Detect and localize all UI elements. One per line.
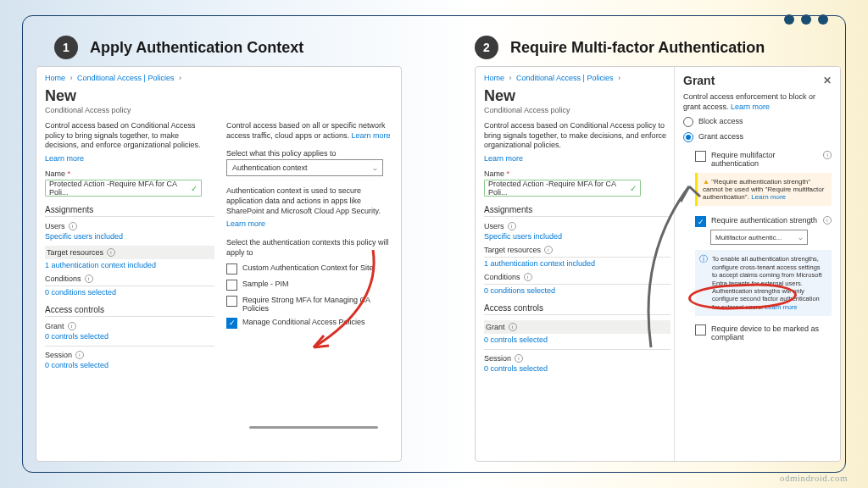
- info-icon: i: [107, 248, 115, 257]
- info-icon: i: [524, 273, 532, 281]
- learn-more-link[interactable]: Learn more: [751, 193, 786, 201]
- breadcrumb[interactable]: Home › Conditional Access | Policies ›: [45, 74, 392, 82]
- close-icon[interactable]: ✕: [823, 75, 832, 86]
- learn-more-link[interactable]: Learn more: [731, 103, 770, 111]
- conditions-row[interactable]: Conditionsi: [484, 273, 670, 285]
- info-icon: i: [544, 246, 553, 254]
- cb-require-strength[interactable]: ✓Require authentication strengthi: [695, 216, 832, 227]
- grant-value[interactable]: 0 controls selected: [484, 336, 670, 344]
- learn-more-link[interactable]: Learn more: [484, 154, 670, 163]
- ctx-option-0[interactable]: Custom Authentication Context for Site: [226, 263, 396, 274]
- crumb-home[interactable]: Home: [484, 74, 504, 82]
- target-value[interactable]: 1 authentication context included: [484, 259, 670, 268]
- conditions-value[interactable]: 0 conditions selected: [484, 286, 670, 295]
- conditions-row[interactable]: Conditionsi: [45, 274, 214, 286]
- panel-auth-context: Home › Conditional Access | Policies › N…: [36, 66, 402, 462]
- desc-right: Control access based on all or specific …: [226, 121, 396, 141]
- panel-mfa: Home › Conditional Access | Policies › N…: [475, 66, 841, 462]
- strength-dropdown[interactable]: Multifactor authentic...⌵: [710, 230, 808, 245]
- grant-title: Grant: [683, 74, 715, 87]
- radio-block[interactable]: Block access: [683, 117, 832, 127]
- page-subtitle: Conditional Access policy: [484, 106, 670, 114]
- cb-require-mfa[interactable]: Require multifactor authenticationi: [695, 151, 832, 168]
- grant-blade: Grant ✕ Control access enforcement to bl…: [674, 67, 840, 461]
- info-icon: ⓘ: [699, 254, 708, 265]
- step2-title: Require Multi-factor Authentication: [510, 39, 765, 57]
- watermark: odmindroid.com: [780, 473, 848, 483]
- info-icon: i: [823, 151, 832, 159]
- select-applies-label: Select what this policy applies to: [226, 149, 396, 158]
- policy-name-input[interactable]: Protected Action -Require MFA for CA Pol…: [484, 180, 641, 197]
- name-label: Name *: [45, 169, 214, 178]
- crumb-home[interactable]: Home: [45, 74, 65, 82]
- learn-more-link[interactable]: Learn more: [765, 303, 797, 311]
- users-value[interactable]: Specific users included: [45, 232, 214, 241]
- annotation-underline: [249, 426, 378, 429]
- grant-row[interactable]: Granti: [484, 320, 670, 334]
- controls-h: Access controls: [45, 305, 214, 317]
- session-row[interactable]: Sessioni: [45, 346, 214, 359]
- target-row[interactable]: Target resourcesi: [45, 246, 214, 259]
- learn-more-link[interactable]: Learn more: [45, 154, 214, 163]
- controls-h: Access controls: [484, 303, 670, 315]
- check-icon: ✓: [191, 184, 198, 193]
- step1-badge: 1: [54, 36, 78, 59]
- info-icon: i: [85, 274, 93, 283]
- users-value[interactable]: Specific users included: [484, 232, 670, 241]
- ctx-option-1[interactable]: Sample - PIM: [226, 280, 396, 291]
- chevron-down-icon: ⌵: [373, 164, 377, 172]
- grant-desc: Control access enforcement to block or g…: [683, 92, 832, 112]
- info-icon: i: [509, 323, 517, 331]
- step1-title: Apply Authentication Context: [90, 39, 303, 57]
- auth-ctx-desc: Authentication context is used to secure…: [226, 186, 396, 216]
- target-row[interactable]: Target resourcesi: [484, 246, 670, 258]
- info-icon: i: [69, 222, 77, 230]
- session-value[interactable]: 0 controls selected: [484, 364, 670, 373]
- check-icon: ✓: [630, 184, 637, 193]
- page-title: New: [484, 87, 670, 105]
- select-ctx-label: Select the authentication contexts this …: [226, 238, 396, 258]
- page-subtitle: Conditional Access policy: [45, 106, 392, 114]
- warning-icon: ▲: [703, 178, 709, 186]
- name-label: Name *: [484, 169, 670, 178]
- assignments-h: Assignments: [45, 205, 214, 217]
- desc-left: Control access based on Conditional Acce…: [45, 121, 214, 151]
- crumb-ca[interactable]: Conditional Access | Policies: [77, 74, 174, 82]
- policy-name-input[interactable]: Protected Action -Require MFA for CA Pol…: [45, 180, 202, 197]
- step1-header: 1 Apply Authentication Context: [54, 36, 303, 59]
- info-icon: i: [515, 354, 523, 363]
- info-icon: i: [823, 216, 832, 225]
- info-icon: i: [75, 351, 84, 359]
- assignments-h: Assignments: [484, 205, 670, 217]
- session-value[interactable]: 0 controls selected: [45, 361, 214, 369]
- grant-row[interactable]: Granti: [45, 322, 214, 330]
- policy-applies-dropdown[interactable]: Authentication context⌵: [226, 159, 383, 176]
- info-icon: i: [508, 222, 516, 230]
- learn-more-link[interactable]: Learn more: [351, 131, 390, 140]
- step2-badge: 2: [475, 36, 498, 59]
- step2-header: 2 Require Multi-factor Authentication: [475, 36, 765, 59]
- desc-left: Control access based on Conditional Acce…: [484, 121, 670, 151]
- info-box: ⓘ To enable all authentication strengths…: [695, 250, 832, 316]
- grant-value[interactable]: 0 controls selected: [45, 332, 214, 341]
- page-title: New: [45, 87, 392, 105]
- target-value[interactable]: 1 authentication context included: [45, 261, 214, 269]
- info-icon: i: [68, 322, 76, 330]
- breadcrumb[interactable]: Home › Conditional Access | Policies ›: [484, 74, 670, 82]
- crumb-ca[interactable]: Conditional Access | Policies: [516, 74, 613, 82]
- warning-box: ▲ "Require authentication strength" cann…: [695, 173, 832, 206]
- ctx-option-2[interactable]: Require Strong MFA for Managing CA Polic…: [226, 296, 396, 313]
- ctx-option-3[interactable]: ✓Manage Conditional Access Policies: [226, 318, 396, 329]
- session-row[interactable]: Sessioni: [484, 349, 670, 363]
- chevron-down-icon: ⌵: [798, 234, 803, 241]
- learn-more-link[interactable]: Learn more: [226, 219, 396, 228]
- cb-require-compliant[interactable]: Require device to be marked as compliant: [695, 324, 832, 341]
- users-row[interactable]: Usersi: [45, 222, 214, 230]
- conditions-value[interactable]: 0 conditions selected: [45, 288, 214, 297]
- users-row[interactable]: Usersi: [484, 222, 670, 230]
- radio-grant[interactable]: Grant access: [683, 132, 832, 142]
